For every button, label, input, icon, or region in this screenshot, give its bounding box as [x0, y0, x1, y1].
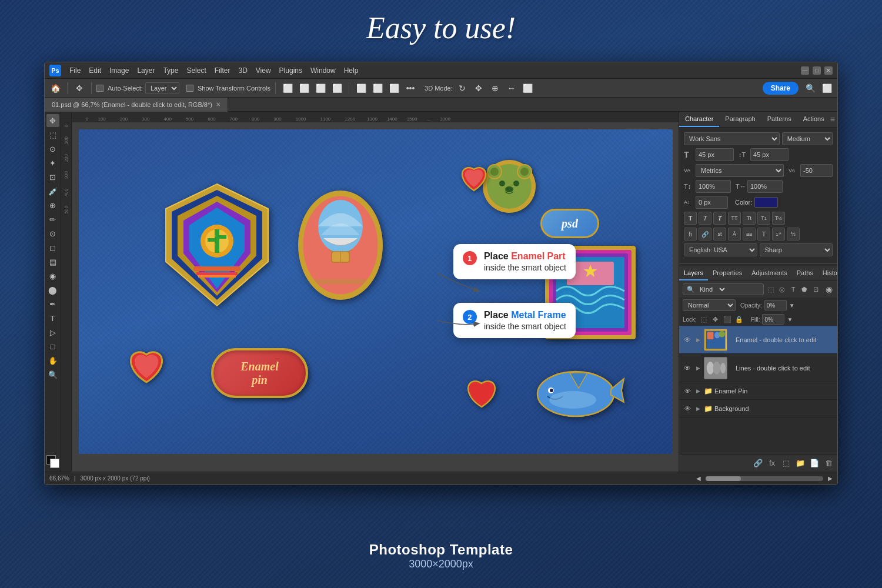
layer-enamel[interactable]: 👁 ▶	[679, 326, 837, 354]
menu-edit[interactable]: Edit	[85, 65, 105, 76]
search-icon[interactable]: 🔍	[803, 81, 817, 95]
menu-image[interactable]: Image	[106, 65, 132, 76]
typo-half[interactable]: ½	[787, 228, 800, 240]
tool-heal[interactable]: ⊕	[46, 199, 59, 212]
minimize-button[interactable]: —	[801, 66, 809, 75]
tool-blur[interactable]: ◉	[46, 269, 59, 282]
tab-patterns[interactable]: Patterns	[761, 112, 797, 127]
add-effect-icon[interactable]: fx	[767, 458, 777, 469]
filter-pixel-icon[interactable]: ⬚	[766, 285, 776, 294]
font-size-input[interactable]	[696, 148, 734, 161]
tab-properties[interactable]: Properties	[708, 266, 747, 280]
menu-layer[interactable]: Layer	[133, 65, 158, 76]
filter-type-icon[interactable]: T	[789, 285, 798, 294]
menu-file[interactable]: File	[66, 65, 84, 76]
layer-group-enamel-pin[interactable]: 👁 ▶ 📁 Enamel Pin	[679, 382, 837, 400]
layer-eye-lines[interactable]: 👁	[683, 363, 692, 373]
auto-select-dropdown[interactable]: Layer	[145, 82, 179, 94]
tool-rect-select[interactable]: ⬚	[46, 128, 59, 141]
menu-view[interactable]: View	[252, 65, 275, 76]
distribute-icon[interactable]: ⬜	[354, 81, 368, 95]
maximize-button[interactable]: □	[813, 66, 821, 75]
typo-frac[interactable]: Ā	[728, 228, 741, 240]
tool-clone[interactable]: ⊙	[46, 227, 59, 240]
tool-eyedropper[interactable]: 💉	[46, 185, 59, 198]
tool-gradient[interactable]: ▤	[46, 255, 59, 268]
show-transform-checkbox[interactable]	[186, 85, 193, 92]
language-select[interactable]: English: USA	[684, 243, 757, 256]
tab-actions[interactable]: Actions	[797, 112, 830, 127]
3d-scale-icon[interactable]: ↔	[505, 81, 519, 95]
new-layer-icon[interactable]: 📄	[809, 458, 820, 469]
delete-layer-icon[interactable]: 🗑	[823, 458, 834, 469]
distribute-v-icon[interactable]: ⬜	[370, 81, 385, 95]
menu-type[interactable]: Type	[159, 65, 182, 76]
fill-input[interactable]	[762, 314, 784, 325]
align-right-icon[interactable]: ⬜	[313, 81, 328, 95]
typo-bold[interactable]: T	[684, 212, 697, 225]
typo-aa[interactable]: aa	[743, 228, 756, 240]
typo-fl[interactable]: 🔗	[699, 228, 711, 240]
add-mask-icon[interactable]: ⬚	[781, 458, 791, 469]
workspace-icon[interactable]: ⬜	[820, 81, 834, 95]
tool-crop[interactable]: ⊡	[46, 171, 59, 183]
anti-alias-select[interactable]: Sharp	[760, 243, 833, 256]
layer-group-background[interactable]: 👁 ▶ 📁 Background	[679, 400, 837, 417]
scroll-right[interactable]: ▶	[828, 475, 833, 482]
layer-eye-group-enamel[interactable]: 👁	[683, 386, 692, 396]
layer-expand-lines[interactable]: ▶	[694, 365, 701, 372]
font-weight-select[interactable]: Medium	[782, 132, 833, 145]
tab-paths[interactable]: Paths	[792, 266, 818, 280]
tool-text[interactable]: T	[46, 312, 59, 325]
menu-filter[interactable]: Filter	[211, 65, 234, 76]
tab-close-icon[interactable]: ✕	[216, 101, 220, 108]
align-center-icon[interactable]: ⬜	[297, 81, 311, 95]
tool-magic-wand[interactable]: ✦	[46, 156, 59, 169]
3d-move-icon[interactable]: ⊕	[488, 81, 502, 95]
move-tool-icon[interactable]: ✥	[72, 81, 86, 95]
tool-dodge[interactable]: ⬤	[46, 283, 59, 296]
opacity-input[interactable]	[764, 300, 787, 310]
typo-1st[interactable]: 1ˢᵗ	[772, 228, 785, 240]
color-foreground[interactable]	[46, 455, 59, 468]
share-button[interactable]: Share	[763, 82, 799, 95]
layer-lines[interactable]: 👁 ▶ Lines - double cl	[679, 354, 837, 382]
lock-checkerboard-icon[interactable]: ⬚	[699, 315, 709, 324]
scroll-left[interactable]: ◀	[696, 475, 701, 482]
lock-move-icon[interactable]: ✥	[711, 315, 720, 324]
document-tab[interactable]: 01.psd @ 66,7% (Enamel - double click to…	[45, 98, 228, 112]
typo-italic[interactable]: T	[699, 212, 711, 225]
filter-toggle[interactable]: ◉	[824, 285, 834, 294]
3d-extra-icon[interactable]: ⬜	[521, 81, 535, 95]
menu-plugins[interactable]: Plugins	[276, 65, 306, 76]
line-height-input[interactable]	[750, 148, 789, 161]
layer-eye-background[interactable]: 👁	[683, 404, 692, 413]
tab-paragraph[interactable]: Paragraph	[719, 112, 761, 127]
new-group-icon[interactable]: 📁	[795, 458, 806, 469]
layer-expand-group-enamel[interactable]: ▶	[694, 387, 701, 395]
kerning-select[interactable]: Metrics	[696, 164, 784, 177]
tool-zoom[interactable]: 🔍	[46, 368, 59, 381]
typo-italic-bold[interactable]: T	[713, 212, 726, 225]
tool-pen[interactable]: ✒	[46, 298, 59, 310]
scroll-bar[interactable]	[706, 476, 823, 481]
menu-3d[interactable]: 3D	[235, 65, 250, 76]
tool-path-select[interactable]: ▷	[46, 326, 59, 339]
close-button[interactable]: ✕	[824, 66, 833, 75]
tool-brush[interactable]: ✏	[46, 213, 59, 226]
tracking-input[interactable]	[800, 164, 833, 177]
horizontal-scale-input[interactable]	[747, 180, 783, 193]
more-options-icon[interactable]: •••	[403, 81, 417, 95]
3d-rotate-icon[interactable]: ↻	[455, 81, 469, 95]
tab-history[interactable]: History	[818, 266, 837, 280]
typo-st[interactable]: st	[713, 228, 726, 240]
typo-fi[interactable]: fi	[684, 228, 697, 240]
align-left-icon[interactable]: ⬜	[280, 81, 295, 95]
auto-select-checkbox[interactable]	[96, 85, 103, 92]
filter-adjust-icon[interactable]: ◎	[777, 285, 787, 294]
layer-eye-enamel[interactable]: 👁	[683, 335, 692, 345]
tool-lasso[interactable]: ⊙	[46, 142, 59, 155]
font-family-select[interactable]: Work Sans	[684, 132, 780, 145]
tool-hand[interactable]: ✋	[46, 354, 59, 367]
baseline-input[interactable]	[696, 196, 728, 209]
